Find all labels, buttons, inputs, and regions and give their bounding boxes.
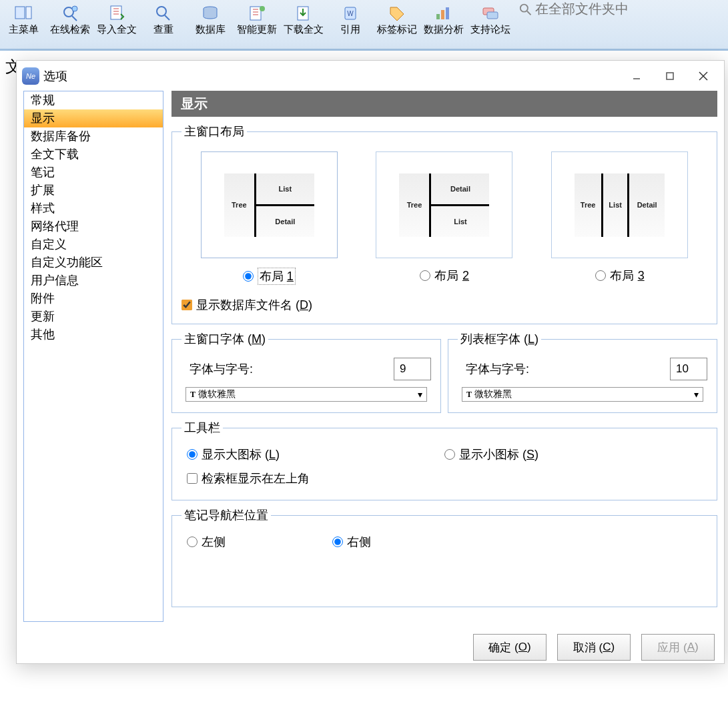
options-sidebar: 常规 显示 数据库备份 全文下载 笔记 扩展 样式 网络代理 自定义 自定义功能… [23,91,163,622]
dialog-title: 选项 [43,68,67,84]
notes-nav-group: 笔记导航栏位置 左侧 右侧 [171,507,717,607]
main-font-combo[interactable]: T微软雅黑 ▾ [186,387,427,402]
main-font-legend: 主窗口字体 (M) [181,331,268,347]
chart-icon [433,4,454,23]
update-icon [246,4,268,23]
ribbon-forum[interactable]: 支持论坛 [467,1,514,49]
layout-2-radio[interactable]: 布局 2 [420,268,469,284]
main-font-group: 主窗口字体 (M) 字体与字号: T微软雅黑 ▾ [171,331,441,413]
svg-point-10 [260,6,265,11]
svg-rect-0 [15,7,25,19]
ribbon-smart-update[interactable]: 智能更新 [234,1,280,49]
show-db-filename-checkbox[interactable]: 显示数据库文件名 (D) [181,297,707,313]
citation-icon: W [340,4,361,23]
ribbon-label: 标签标记 [377,24,417,35]
nav-left-radio[interactable]: 左侧 [187,534,226,550]
list-font-group: 列表框字体 (L) 字体与字号: T微软雅黑 ▾ [448,331,717,413]
layout-3-radio[interactable]: 布局 3 [595,268,645,284]
minimize-button[interactable] [621,65,652,87]
toolbar-group: 工具栏 显示大图标 (L) 显示小图标 (S) 检索框显示在左上角 [171,420,717,500]
search-topleft-checkbox[interactable]: 检索框显示在左上角 [187,470,444,486]
content-header: 显示 [171,91,717,117]
sidebar-item-display[interactable]: 显示 [24,109,163,127]
list-font-size-input[interactable] [670,358,707,380]
sidebar-item-backup[interactable]: 数据库备份 [24,127,163,145]
main-font-size-input[interactable] [394,358,431,380]
ribbon-download[interactable]: 下载全文 [280,1,327,49]
svg-text:W: W [347,10,354,17]
ribbon-label: 主菜单 [9,24,39,35]
sidebar-item-proxy[interactable]: 网络代理 [24,218,163,236]
layout-option-2[interactable]: Tree Detail List [376,151,512,258]
diagram-list-label: List [454,218,467,226]
search-icon [59,4,81,23]
ribbon-label: 数据分析 [424,24,464,35]
ribbon-main-menu[interactable]: 主菜单 [0,1,47,49]
sidebar-item-userinfo[interactable]: 用户信息 [24,272,163,290]
ribbon-citation[interactable]: W 引用 [327,1,374,49]
ribbon-label: 导入全文 [97,24,137,35]
diagram-detail-label: Detail [637,201,657,209]
nav-right-radio[interactable]: 右侧 [332,534,371,550]
options-dialog: Ne 选项 常规 显示 数据库备份 全文下载 笔记 扩展 样式 网络代理 自定义… [16,60,725,664]
sidebar-item-other[interactable]: 其他 [24,326,163,344]
global-search-input[interactable] [535,1,728,17]
options-content: 显示 主窗口布局 Tree List Detail [171,91,717,622]
list-font-legend: 列表框字体 (L) [458,331,541,347]
toolbar-legend: 工具栏 [181,420,223,436]
database-icon [200,4,221,23]
maximize-button[interactable] [655,65,685,87]
diagram-tree-label: Tree [407,201,422,209]
svg-point-19 [520,4,528,11]
sidebar-item-fulltext[interactable]: 全文下载 [24,145,163,163]
sidebar-item-extensions[interactable]: 扩展 [24,182,163,200]
sidebar-item-custom[interactable]: 自定义 [24,236,163,254]
svg-point-6 [157,7,166,16]
svg-rect-18 [487,12,498,19]
dialog-titlebar: Ne 选项 [17,61,724,91]
apply-button[interactable]: 应用 (A) [641,634,715,661]
forum-icon [480,4,501,23]
close-button[interactable] [688,65,719,87]
global-search[interactable] [514,1,728,17]
main-menu-icon [13,4,34,23]
layout-1-radio[interactable]: 布局 1 [243,268,296,285]
layout-option-3[interactable]: Tree List Detail [551,151,688,258]
ribbon-online-search[interactable]: 在线检索 [47,1,93,49]
list-font-combo[interactable]: T微软雅黑 ▾ [462,387,703,402]
font-size-label: 字体与字号: [181,361,253,377]
svg-rect-14 [436,14,440,19]
ribbon-check-duplicate[interactable]: 查重 [140,1,187,49]
ribbon-toolbar: 主菜单 在线检索 导入全文 查重 数据库 智能更新 下载全文 [0,0,728,51]
app-icon: Ne [22,67,39,85]
chevron-down-icon: ▾ [694,389,699,400]
sidebar-item-styles[interactable]: 样式 [24,200,163,218]
import-icon [106,4,127,23]
ribbon-label: 数据库 [196,24,226,35]
svg-line-3 [72,16,77,21]
sidebar-item-custom-ribbon[interactable]: 自定义功能区 [24,254,163,272]
cancel-button[interactable]: 取消 (C) [557,634,631,661]
diagram-list-label: List [279,185,292,193]
svg-point-4 [72,6,77,11]
layout-option-1[interactable]: Tree List Detail [201,151,338,258]
large-icons-radio[interactable]: 显示大图标 (L) [187,446,444,462]
ribbon-database[interactable]: 数据库 [187,1,234,49]
chevron-down-icon: ▾ [418,389,422,400]
sidebar-item-notes[interactable]: 笔记 [24,163,163,182]
diagram-list-label: List [609,201,622,209]
svg-line-20 [527,11,531,15]
sidebar-item-general[interactable]: 常规 [24,91,163,109]
diagram-detail-label: Detail [275,218,295,226]
tag-icon [386,4,408,23]
diagram-tree-label: Tree [581,201,596,209]
ribbon-import[interactable]: 导入全文 [93,1,140,49]
sidebar-item-updates[interactable]: 更新 [24,308,163,326]
small-icons-radio[interactable]: 显示小图标 (S) [444,446,702,462]
svg-rect-1 [26,7,31,19]
ribbon-analysis[interactable]: 数据分析 [420,1,467,49]
sidebar-item-attachments[interactable]: 附件 [24,290,163,308]
ok-button[interactable]: 确定 (O) [473,634,547,661]
font-size-label: 字体与字号: [458,361,529,377]
ribbon-tags[interactable]: 标签标记 [374,1,420,49]
